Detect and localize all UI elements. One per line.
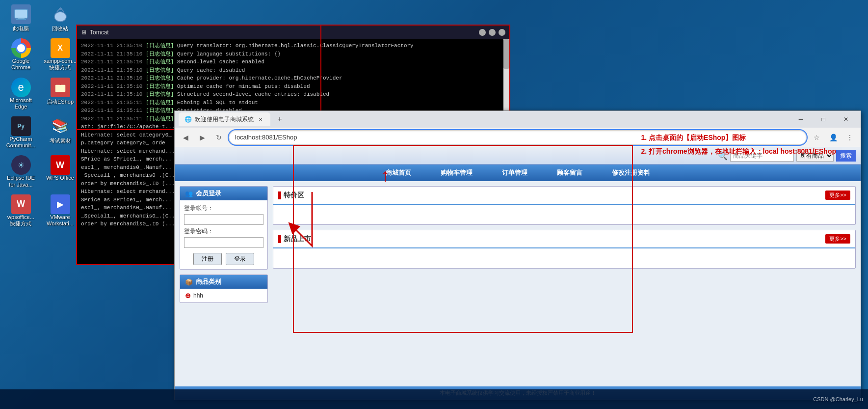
- desktop-icon-edge[interactable]: e MicrosoftEdge: [2, 76, 39, 112]
- nav-orders[interactable]: 订单管理: [487, 164, 542, 181]
- chrome-reload-btn[interactable]: ↻: [212, 131, 226, 144]
- chrome-close-btn[interactable]: ✕: [835, 112, 857, 126]
- edge-icon-label: MicrosoftEdge: [10, 97, 32, 110]
- promo-new-more-btn[interactable]: 更多>>: [825, 234, 850, 244]
- tomcat-maximize-btn[interactable]: □: [489, 29, 496, 36]
- desktop-icon-vmware[interactable]: ▶ VMwareWorkstati...: [42, 192, 79, 229]
- log-line-5: 2022-11-11 21:35:10 [日志信息] Optimize cach…: [81, 82, 505, 91]
- chrome-icon: [11, 38, 31, 58]
- account-input[interactable]: [184, 214, 263, 225]
- vmware-label: VMwareWorkstati...: [47, 214, 74, 227]
- category-plus-icon: ⊕: [185, 292, 191, 300]
- desktop-icon-pycharm[interactable]: Py PyCharmCommunit...: [2, 114, 39, 151]
- svg-rect-2: [16, 19, 26, 20]
- recycle-icon-label: 回收站: [52, 26, 68, 32]
- promo-new-section: 新品上市 更多>>: [273, 230, 856, 269]
- pc-icon: [11, 4, 31, 24]
- chrome-content: 🔍 所有商品 搜索 商城首页 购物车管理 订单管理 顾客留言 修改注册资料: [175, 147, 861, 400]
- chrome-address-text: localhost:8081/EShop: [235, 134, 297, 141]
- promo-new-header: 新品上市 更多>>: [273, 230, 855, 248]
- desktop-icon-recycle[interactable]: 回收站: [42, 2, 79, 34]
- log-line-2: 2022-11-11 21:35:10 [日志信息] Second-level …: [81, 58, 505, 66]
- desktop-icon-study[interactable]: 📚 考试素材: [42, 114, 79, 151]
- nav-profile[interactable]: 修改注册资料: [597, 164, 665, 181]
- login-icon: 👥: [185, 190, 193, 197]
- desktop-icon-xampp[interactable]: X xampp-com...快捷方式: [42, 36, 79, 73]
- chrome-menu-btn[interactable]: ⋮: [843, 131, 857, 144]
- chrome-minimize-btn[interactable]: ─: [790, 112, 812, 126]
- eshop-container: 🔍 所有商品 搜索 商城首页 购物车管理 订单管理 顾客留言 修改注册资料: [175, 147, 861, 400]
- chrome-tab-close-btn[interactable]: ✕: [257, 115, 264, 123]
- log-line-7: 2022-11-11 21:35:11 [日志信息] Echoing all S…: [81, 99, 505, 107]
- category-box: 📦 商品类别 ⊕ hhh: [180, 274, 268, 303]
- category-item-label: hhh: [193, 292, 203, 299]
- password-input[interactable]: [184, 237, 263, 248]
- chrome-new-tab-btn[interactable]: +: [273, 112, 287, 126]
- desktop-icons: 此电脑 回收站 Google Chrome X xampp-com...快捷方式…: [2, 2, 79, 229]
- register-btn[interactable]: 注册: [193, 253, 222, 265]
- wps-label: WPS Office: [46, 175, 74, 181]
- desktop-icon-chrome[interactable]: Google Chrome: [2, 36, 39, 73]
- edge-icon: e: [11, 78, 31, 97]
- chrome-address-bar[interactable]: localhost:8081/EShop: [229, 130, 807, 145]
- desktop: 此电脑 回收站 Google Chrome X xampp-com...快捷方式…: [0, 0, 868, 409]
- log-line-4: 2022-11-11 21:35:10 [日志信息] Cache provide…: [81, 74, 505, 82]
- eshop-left-panel: 👥 会员登录 登录帐号： 登录密码： 注册 登录: [180, 186, 268, 389]
- promo-new-body: [273, 248, 855, 268]
- desktop-icon-wps[interactable]: W WPS Office: [42, 153, 79, 190]
- log-line-3: 2022-11-11 21:35:10 [日志信息] Query cache: …: [81, 66, 505, 75]
- eshop-header: 🔍 所有商品 搜索: [175, 147, 861, 164]
- chrome-maximize-btn[interactable]: □: [813, 112, 834, 126]
- chrome-profile-btn[interactable]: 👤: [826, 131, 840, 144]
- study-icon: 📚: [51, 116, 70, 136]
- launch-eshop-label: 启动EShop: [47, 99, 74, 105]
- tomcat-scroll-thumb[interactable]: [503, 39, 509, 69]
- login-title: 会员登录: [196, 189, 221, 198]
- desktop-icon-eclipse[interactable]: ☀ Eclipse IDEfor Java...: [2, 153, 39, 190]
- tomcat-icon-sm: 🖥: [81, 29, 87, 36]
- chrome-active-tab[interactable]: 🌐 欢迎使用电子商城系统 ✕: [179, 112, 270, 126]
- chrome-tab-label: 欢迎使用电子商城系统: [195, 115, 254, 124]
- eshop-right-panel: 特价区 更多>> 新品上市: [273, 186, 856, 389]
- promo-special-section: 特价区 更多>>: [273, 186, 856, 225]
- launch-eshop-icon: [51, 78, 70, 97]
- eclipse-icon: ☀: [11, 155, 31, 175]
- chrome-forward-btn[interactable]: ▶: [195, 131, 209, 144]
- category-icon: 📦: [185, 278, 193, 286]
- search-category-select[interactable]: 所有商品: [796, 150, 834, 162]
- tomcat-minimize-btn[interactable]: ─: [479, 29, 486, 36]
- nav-cart[interactable]: 购物车管理: [426, 164, 487, 181]
- wps2-label: wpsoffice...快捷方式: [7, 214, 34, 227]
- desktop-icon-wps2[interactable]: W wpsoffice...快捷方式: [2, 192, 39, 229]
- login-btn[interactable]: 登录: [226, 253, 254, 265]
- login-box-header: 👥 会员登录: [180, 187, 267, 200]
- log-line-1: 2022-11-11 21:35:10 [日志信息] Query languag…: [81, 50, 505, 58]
- desktop-icon-pc[interactable]: 此电脑: [2, 2, 39, 34]
- log-line-0: 2022-11-11 21:35:10 [日志信息] Query transla…: [81, 42, 505, 50]
- chrome-back-btn[interactable]: ◀: [179, 131, 192, 144]
- search-btn[interactable]: 搜索: [836, 150, 856, 162]
- category-item-hhh[interactable]: ⊕ hhh: [180, 289, 267, 302]
- chrome-window: 🌐 欢迎使用电子商城系统 ✕ + ─ □ ✕ ◀ ▶ ↻ localhost:8…: [174, 110, 861, 400]
- eclipse-label: Eclipse IDEfor Java...: [7, 175, 35, 188]
- nav-home[interactable]: 商城首页: [371, 164, 426, 181]
- category-header: 📦 商品类别: [180, 275, 267, 289]
- wps-icon: W: [51, 155, 70, 175]
- taskbar-system-tray: CSDN @Charley_Lu: [813, 396, 863, 402]
- password-label: 登录密码：: [184, 227, 263, 236]
- pycharm-label: PyCharmCommunit...: [6, 136, 35, 149]
- promo-special-more-btn[interactable]: 更多>>: [825, 191, 850, 200]
- desktop-icon-launch-eshop[interactable]: 启动EShop: [42, 76, 79, 112]
- pc-icon-label: 此电脑: [13, 26, 29, 32]
- chrome-bookmark-btn[interactable]: ☆: [810, 131, 823, 144]
- chrome-tab-bar: 🌐 欢迎使用电子商城系统 ✕ + ─ □ ✕: [175, 111, 861, 128]
- promo-dot-special: [278, 191, 281, 199]
- study-label: 考试素材: [50, 137, 71, 144]
- search-input[interactable]: [730, 150, 794, 162]
- vmware-icon: ▶: [51, 194, 70, 214]
- nav-messages[interactable]: 顾客留言: [542, 164, 597, 181]
- tomcat-close-btn[interactable]: ✕: [499, 29, 505, 36]
- chrome-window-controls: ─ □ ✕: [790, 112, 857, 126]
- xampp-icon: X: [51, 38, 70, 58]
- promo-dot-new: [278, 235, 281, 243]
